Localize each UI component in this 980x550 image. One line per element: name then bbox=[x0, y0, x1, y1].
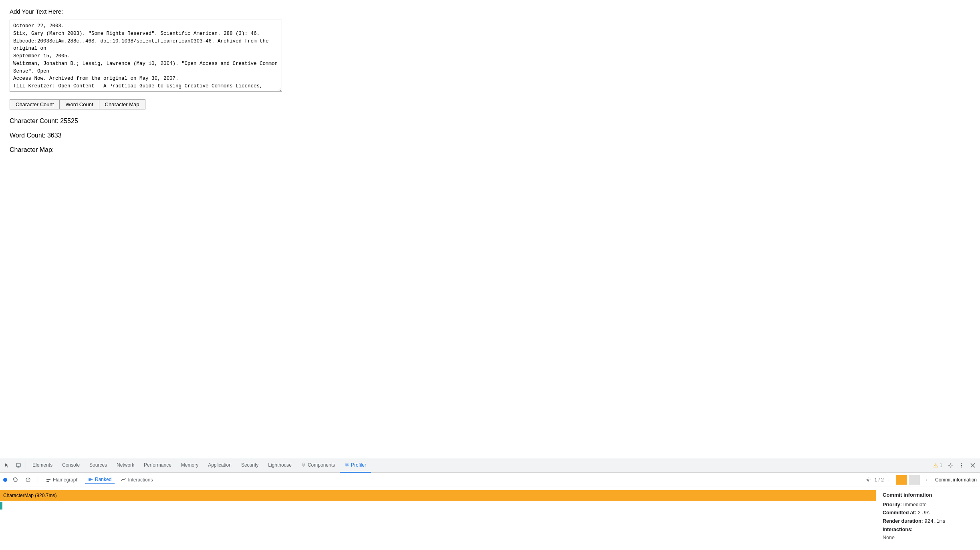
text-area-container: October 22, 2003. Stix, Gary (March 2003… bbox=[10, 20, 282, 93]
character-count-button[interactable]: Character Count bbox=[10, 99, 60, 109]
main-content: Add Your Text Here: October 22, 2003. St… bbox=[0, 0, 980, 162]
word-count-button[interactable]: Word Count bbox=[60, 99, 99, 109]
text-input[interactable]: October 22, 2003. Stix, Gary (March 2003… bbox=[10, 20, 282, 92]
page-label: Add Your Text Here: bbox=[10, 8, 970, 15]
character-count-result: Character Count: 25525 bbox=[10, 117, 970, 125]
word-count-result: Word Count: 3633 bbox=[10, 132, 970, 139]
button-row: Character Count Word Count Character Map bbox=[10, 99, 970, 109]
character-map-label: Character Map: bbox=[10, 146, 970, 154]
character-map-button[interactable]: Character Map bbox=[99, 99, 145, 109]
